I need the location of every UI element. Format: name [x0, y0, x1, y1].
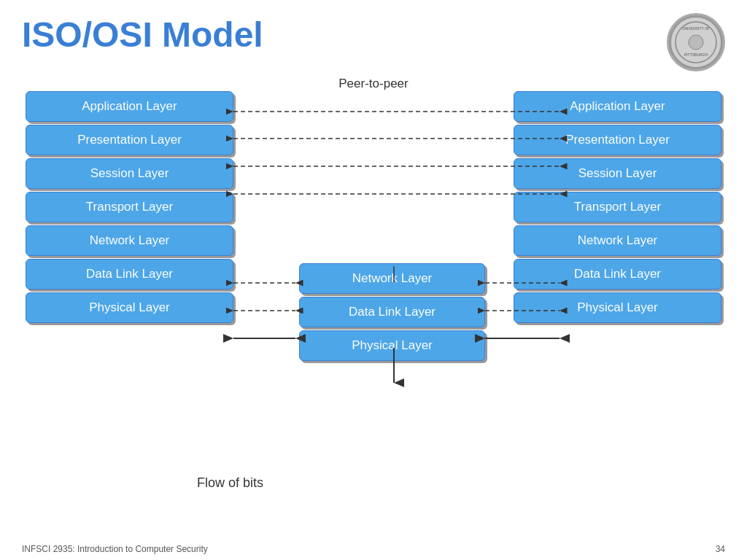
right-network-layer: Network Layer: [514, 225, 721, 256]
right-presentation-layer: Presentation Layer: [514, 125, 721, 155]
left-network-layer: Network Layer: [26, 225, 233, 256]
left-presentation-layer: Presentation Layer: [26, 125, 233, 155]
footer: INFSCI 2935: Introduction to Computer Se…: [0, 544, 747, 554]
left-stack: Application Layer Presentation Layer Ses…: [26, 91, 233, 323]
diagram-area: Peer-to-peer Application Layer Presentat…: [22, 62, 725, 470]
right-application-layer: Application Layer: [514, 91, 721, 122]
left-transport-layer: Transport Layer: [26, 192, 233, 222]
svg-text:UNIVERSITY OF: UNIVERSITY OF: [682, 26, 710, 31]
middle-physical-layer: Physical Layer: [299, 330, 485, 361]
page-number: 34: [716, 544, 725, 554]
footer-text: INFSCI 2935: Introduction to Computer Se…: [22, 544, 208, 554]
slide: ISO/OSI Model UNIVERSITY OF PITTSBURGH P…: [0, 0, 747, 560]
svg-point-2: [689, 35, 703, 50]
middle-datalink-layer: Data Link Layer: [299, 297, 485, 327]
middle-network-layer: Network Layer: [299, 263, 485, 294]
right-physical-layer: Physical Layer: [514, 292, 721, 323]
middle-stack: Network Layer Data Link Layer Physical L…: [299, 263, 485, 361]
left-physical-layer: Physical Layer: [26, 292, 233, 323]
left-datalink-layer: Data Link Layer: [26, 259, 233, 289]
flow-of-bits-label: Flow of bits: [197, 475, 263, 491]
slide-title: ISO/OSI Model: [22, 15, 725, 55]
right-stack: Application Layer Presentation Layer Ses…: [514, 91, 721, 323]
left-session-layer: Session Layer: [26, 158, 233, 189]
svg-text:PITTSBURGH: PITTSBURGH: [684, 52, 708, 57]
right-datalink-layer: Data Link Layer: [514, 259, 721, 289]
left-application-layer: Application Layer: [26, 91, 233, 122]
right-transport-layer: Transport Layer: [514, 192, 721, 222]
right-session-layer: Session Layer: [514, 158, 721, 189]
peer-to-peer-label: Peer-to-peer: [338, 77, 408, 91]
